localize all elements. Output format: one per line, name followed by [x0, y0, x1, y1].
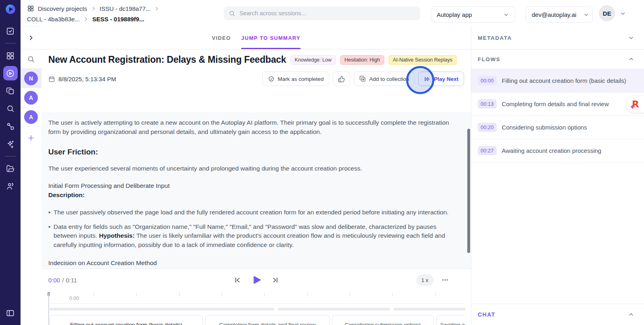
mark-completed-button[interactable]: Mark as completed [262, 72, 329, 86]
playback-speed[interactable]: 1 x [416, 274, 433, 286]
session-avatar-item[interactable]: A [21, 88, 41, 107]
search-icon[interactable] [3, 101, 18, 116]
plus-icon [27, 134, 35, 142]
thumbs-up-button[interactable] [333, 72, 350, 86]
summary-paragraph: The user experienced several moments of … [48, 164, 453, 173]
knowledge-badge: Knowledge: Low [290, 55, 336, 65]
timeline-ruler[interactable]: 0:00 [50, 291, 464, 304]
breadcrumb-session[interactable]: SESS - 019889f9... [92, 16, 144, 23]
hesitation-badge: Hesitation: High [340, 55, 384, 65]
add-to-collection-button[interactable]: Add to collection [354, 72, 415, 86]
flows-section-header[interactable]: FLOWS [471, 49, 644, 69]
app-selector-value: Autoplay app [437, 11, 472, 18]
skip-forward-button[interactable] [271, 276, 279, 284]
bullet-item: Data entry for fields such as "Organizat… [48, 222, 453, 250]
flows-title: FLOWS [478, 56, 500, 62]
add-session-button[interactable] [21, 127, 41, 149]
flows-list: 00:00 Filling out account creation form … [471, 69, 644, 162]
ruler-tick [136, 293, 137, 296]
hypothesis-label: Hypothesis: [99, 232, 135, 239]
bullet-text: The user passively observed the page loa… [54, 209, 448, 216]
ruler-tick [179, 293, 180, 296]
main-content: VIDEO JUMP TO SUMMARY New Account Regist… [41, 27, 471, 325]
replay-logo-icon: R [632, 99, 639, 109]
users-icon[interactable] [3, 179, 18, 193]
user-avatar: DE [599, 5, 615, 21]
ruler-tick [94, 293, 94, 296]
chevron-right-icon [91, 6, 96, 11]
flow-label: Awaiting account creation processing [502, 147, 601, 154]
play-next-label: Play Next [434, 76, 458, 82]
ruler-tick [350, 293, 350, 296]
expand-rail-button[interactable] [21, 27, 41, 49]
tasks-icon[interactable] [3, 24, 18, 38]
vertical-scrollbar[interactable] [467, 129, 470, 253]
timeline-segment[interactable]: Considering submission options [332, 315, 434, 325]
add-to-collection-label: Add to collection [369, 76, 409, 82]
search-icon [229, 10, 235, 17]
friction-heading: User Friction: [48, 146, 453, 158]
grid-icon [27, 5, 34, 12]
section-title: Indecision on Account Creation Method [48, 259, 453, 268]
ruler-tick [392, 293, 393, 296]
dashboard-icon[interactable] [3, 48, 18, 63]
skip-back-button[interactable] [234, 276, 242, 284]
breadcrumb: Discovery projects ISSU - dc198a77... CO… [27, 3, 159, 24]
flow-item[interactable]: 00:20 Considering submission options [471, 116, 644, 139]
player-controls: 0:00 / 0:11 [41, 268, 471, 291]
description-label: Description: [48, 191, 453, 200]
rail-search-icon[interactable] [21, 49, 41, 69]
playback-time: 0:00 / 0:11 [48, 277, 77, 284]
chevron-down-icon [583, 12, 589, 18]
segment-progress-bar [278, 308, 390, 311]
replay-logo-button[interactable]: R [626, 96, 644, 113]
breadcrumb-collection[interactable]: COLL - 4ba3b83e... [27, 16, 80, 23]
click-annotation-circle [406, 66, 434, 94]
session-avatar-item[interactable]: A [21, 107, 41, 127]
chevron-down-icon [503, 12, 509, 18]
breadcrumb-issue[interactable]: ISSU - dc198a77... [100, 5, 151, 12]
flow-timestamp: 00:00 [478, 76, 497, 85]
panel-toggle-icon[interactable] [3, 306, 18, 320]
skip-forward-icon [271, 276, 279, 284]
ruler-start-label: 0:00 [69, 296, 79, 301]
flow-item[interactable]: 00:13 Completing form details and final … [471, 93, 644, 116]
play-button[interactable] [251, 275, 262, 285]
user-menu[interactable]: DE [599, 5, 626, 21]
timeline-segment[interactable]: Awaiting account creation processing [436, 315, 465, 325]
flows-icon[interactable] [3, 119, 18, 134]
folder-icon[interactable] [3, 161, 18, 176]
collections-icon[interactable] [3, 84, 18, 98]
ruler-tick [264, 293, 265, 296]
account-selector[interactable]: dev@autoplay.ai [526, 6, 593, 23]
total-duration: 0:11 [66, 277, 77, 284]
ruler-tick [222, 293, 222, 296]
play-icon [251, 275, 262, 285]
chat-section-header[interactable]: CHAT [471, 304, 644, 325]
timeline-segment[interactable]: Completing form details and final review [205, 315, 330, 325]
thumbs-up-icon [338, 76, 345, 82]
time-separator: / [62, 277, 64, 284]
session-avatar-item[interactable]: N [21, 69, 41, 88]
timeline-segment[interactable]: Filling out account creation form (basic… [50, 315, 203, 325]
global-search[interactable] [224, 6, 420, 20]
flow-timestamp: 00:27 [478, 146, 497, 155]
metadata-section-header[interactable]: METADATA [471, 27, 644, 49]
ai-native-badge: AI-Native Session Replays [388, 55, 457, 65]
ai-sparkles-icon[interactable] [3, 137, 18, 151]
summary-text-area[interactable]: The user is actively attempting to creat… [41, 113, 471, 268]
tab-video[interactable]: VIDEO [212, 27, 231, 49]
app-selector[interactable]: Autoplay app [431, 6, 515, 23]
flow-label: Filling out account creation form (basic… [502, 77, 626, 84]
player-more-button[interactable] [442, 276, 449, 284]
breadcrumb-project[interactable]: Discovery projects [38, 5, 87, 12]
timestamp-text: 8/8/2025, 5:13:34 PM [58, 76, 116, 82]
session-replays-icon[interactable] [3, 66, 18, 80]
session-list-rail: N A A [21, 27, 42, 325]
tab-jump-to-summary[interactable]: JUMP TO SUMMARY [241, 27, 300, 49]
search-input[interactable] [239, 10, 415, 17]
avatar: A [24, 91, 38, 105]
flow-item[interactable]: 00:27 Awaiting account creation processi… [471, 139, 644, 162]
flow-item[interactable]: 00:00 Filling out account creation form … [471, 69, 644, 93]
chevron-right-icon [28, 35, 34, 41]
